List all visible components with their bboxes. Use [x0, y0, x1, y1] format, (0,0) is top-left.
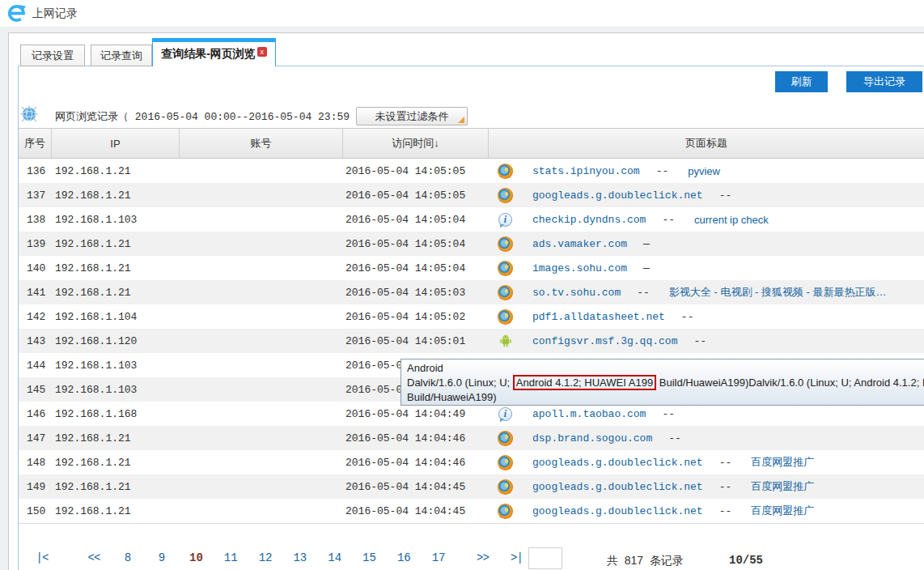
prev-page-button[interactable]: << [87, 551, 100, 564]
separator-text: -- [637, 287, 650, 299]
page-title-link[interactable]: current ip check [694, 214, 769, 226]
cell-ip: 192.168.1.103 [52, 384, 180, 396]
domain-link[interactable]: stats.ipinyou.com [532, 165, 640, 177]
page-link[interactable]: 8 [121, 551, 134, 564]
cell-index: 144 [19, 359, 52, 372]
separator-text: -- [656, 165, 669, 177]
refresh-button[interactable]: 刷新 [775, 71, 828, 92]
domain-link[interactable]: apoll.m.taobao.com [532, 408, 646, 420]
cell-ip: 192.168.1.103 [52, 214, 180, 226]
table-row[interactable]: 136 192.168.1.21 2016-05-04 14:05:05 sta… [19, 159, 924, 183]
table-row[interactable]: 139 192.168.1.21 2016-05-04 14:05:04 ads… [19, 232, 924, 256]
next-page-button[interactable]: >> [477, 551, 490, 564]
page-link[interactable]: 17 [432, 551, 446, 564]
domain-link[interactable]: configsvr.msf.3g.qq.com [532, 335, 677, 347]
firefox-icon [498, 431, 513, 446]
separator-text: -- [668, 432, 681, 445]
cell-index: 147 [19, 432, 52, 445]
page-link[interactable]: 11 [224, 551, 238, 564]
table-row[interactable]: 140 192.168.1.21 2016-05-04 14:05:04 ima… [19, 256, 924, 280]
last-page-button[interactable]: >| [511, 551, 523, 564]
cell-ip: 192.168.1.168 [52, 408, 180, 420]
domain-link[interactable]: so.tv.sohu.com [532, 287, 621, 299]
table-row[interactable]: 137 192.168.1.21 2016-05-04 14:05:05 goo… [19, 183, 924, 207]
cell-page-title: configsvr.msf.3g.qq.com -- [489, 334, 924, 349]
domain-link[interactable]: googleads.g.doubleclick.net [532, 457, 703, 469]
filter-button-label: 未设置过滤条件 [375, 110, 449, 122]
page-link[interactable]: 10 [189, 551, 203, 564]
table-row[interactable]: 147 192.168.1.21 2016-05-04 14:04:46 dsp… [19, 426, 924, 450]
firefox-icon [498, 504, 513, 519]
filter-condition-button[interactable]: 未设置过滤条件 [356, 107, 468, 125]
table-row[interactable]: 148 192.168.1.21 2016-05-04 14:04:46 goo… [19, 450, 924, 474]
domain-link[interactable]: googleads.g.doubleclick.net [532, 505, 703, 517]
goto-page-input[interactable] [528, 547, 562, 569]
header-account: 账号 [180, 129, 343, 158]
cell-index: 146 [19, 408, 52, 420]
separator-text: -- [693, 335, 706, 347]
cell-time: 2016-05-04 14:04:45 [343, 481, 489, 493]
page-link[interactable]: 13 [293, 551, 307, 564]
domain-link[interactable]: dsp.brand.sogou.com [532, 432, 652, 445]
table-row[interactable]: 149 192.168.1.21 2016-05-04 14:04:45 goo… [19, 474, 924, 499]
title-bar: 上网记录 [0, 0, 924, 27]
tooltip-line3: Build/HuaweiA199) [407, 390, 924, 405]
cell-page-title: so.tv.sohu.com -- 影视大全 - 电视剧 - 搜狐视频 - 最新… [489, 285, 924, 300]
page-title-link[interactable]: 百度网盟推广 [751, 455, 814, 470]
page-title-link[interactable]: pyview [688, 165, 720, 177]
table-row[interactable]: 141 192.168.1.21 2016-05-04 14:05:03 so.… [19, 280, 924, 304]
firefox-icon [498, 261, 513, 276]
cell-time: 2016-05-04 14:05:04 [343, 238, 489, 250]
page-title-link[interactable]: 百度网盟推广 [751, 504, 814, 518]
cell-ip: 192.168.1.21 [52, 481, 180, 493]
domain-link[interactable]: checkip.dyndns.com [532, 214, 646, 226]
page-link[interactable]: 14 [328, 551, 341, 564]
domain-link[interactable]: pdf1.alldatasheet.net [532, 311, 665, 323]
user-agent-tooltip: Android Dalvik/1.6.0 (Linux; U; Android … [401, 359, 924, 406]
tab-query-results[interactable]: 查询结果-网页浏览x [152, 38, 276, 66]
table-row[interactable]: 143 192.168.1.120 2016-05-04 14:05:01 co… [19, 329, 924, 353]
page-link[interactable]: 15 [362, 551, 376, 564]
table-row[interactable]: 138 192.168.1.103 2016-05-04 14:05:04 i … [19, 207, 924, 232]
android-robot-icon [498, 334, 513, 349]
firefox-icon [498, 164, 513, 179]
domain-link[interactable]: googleads.g.doubleclick.net [532, 481, 703, 493]
tab-record-query[interactable]: 记录查询 [91, 45, 152, 66]
page-link[interactable]: 12 [259, 551, 273, 564]
tab-record-settings[interactable]: 记录设置 [20, 45, 85, 66]
table-row[interactable]: 150 192.168.1.21 2016-05-04 14:04:45 goo… [19, 499, 924, 523]
page-indicator: 10/55 [729, 554, 763, 567]
page-title-link[interactable]: 百度网盟推广 [751, 479, 814, 494]
firefox-icon [498, 236, 513, 252]
cell-index: 139 [19, 238, 52, 250]
cell-time: 2016-05-04 14:04:49 [343, 408, 489, 420]
table-row[interactable]: 142 192.168.1.104 2016-05-04 14:05:02 pd… [19, 304, 924, 329]
total-records-label: 共 817 条记录 [607, 554, 684, 568]
query-range-label: 网页浏览记录（ 2016-05-04 00:00--2016-05-04 23:… [55, 109, 367, 124]
cell-page-title: i apoll.m.taobao.com -- [489, 406, 924, 422]
cell-ip: 192.168.1.21 [52, 287, 180, 299]
domain-link[interactable]: googleads.g.doubleclick.net [532, 189, 703, 202]
separator-text: -- [662, 214, 675, 226]
separator-text: — [643, 262, 650, 274]
highlight-box: Android 4.1.2; HUAWEI A199 [513, 375, 656, 390]
first-page-button[interactable]: |< [36, 551, 49, 564]
cell-ip: 192.168.1.21 [52, 457, 180, 469]
ie-logo-icon [6, 3, 27, 23]
cell-time: 2016-05-04 14:05:04 [343, 262, 489, 274]
domain-link[interactable]: ads.vamaker.com [532, 238, 627, 250]
page-link[interactable]: 9 [155, 551, 168, 564]
domain-link[interactable]: images.sohu.com [532, 262, 627, 274]
cell-ip: 192.168.1.21 [52, 238, 180, 250]
cell-ip: 192.168.1.104 [52, 311, 180, 323]
export-records-button[interactable]: 导出记录 [846, 71, 922, 92]
page-link[interactable]: 16 [397, 551, 411, 564]
header-time[interactable]: 访问时间↓ [343, 129, 489, 158]
cell-index: 138 [19, 214, 52, 226]
page-title-link[interactable]: 影视大全 - 电视剧 - 搜狐视频 - 最新最热正版… [669, 285, 887, 300]
close-icon[interactable]: x [257, 47, 267, 57]
cell-time: 2016-05-04 14:04:45 [343, 505, 489, 517]
header-index: 序号 [19, 129, 52, 158]
cell-ip: 192.168.1.21 [52, 189, 180, 202]
cell-time: 2016-05-04 14:05:02 [343, 311, 489, 323]
